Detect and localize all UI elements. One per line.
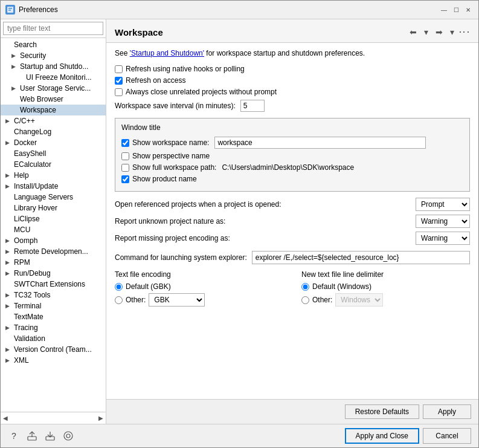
maximize-button[interactable]: ☐ — [451, 4, 461, 15]
apply-and-close-button[interactable]: Apply and Close — [345, 428, 419, 444]
tree-label-ui-freeze: UI Freeze Monitori... — [26, 73, 92, 82]
startup-shutdown-link[interactable]: 'Startup and Shutdown' — [130, 49, 204, 57]
command-label: Command for launching system explorer: — [115, 253, 247, 262]
import-icon[interactable] — [44, 430, 56, 442]
nav-dropdown-button[interactable]: ▾ — [422, 26, 431, 38]
tree-arrow-oomph: ▶ — [5, 238, 11, 244]
sidebar-item-library-hover[interactable]: Library Hover — [1, 203, 106, 213]
encoding-other-select[interactable]: GBK UTF-8 ISO-8859-1 — [149, 293, 205, 307]
always-close-row: Always close unrelated projects without … — [115, 88, 470, 96]
tree-label-textmate: TextMate — [14, 313, 43, 321]
report-unknown-select[interactable]: Warning Error Ignore — [416, 215, 470, 228]
main-content: Search▶Security▶Startup and Shutdo... UI… — [1, 19, 478, 424]
delimiter-other-radio[interactable] — [301, 296, 309, 304]
nav-forward-button[interactable]: ➡ — [433, 26, 445, 38]
sidebar-item-workspace[interactable]: Workspace — [1, 105, 106, 115]
sidebar-item-remote-development[interactable]: ▶Remote Developmen... — [1, 246, 106, 257]
sidebar-item-xml[interactable]: ▶XML — [1, 355, 106, 366]
circle-icon[interactable] — [62, 430, 74, 442]
scroll-left-icon[interactable]: ◀ — [3, 415, 8, 421]
tree-label-xml: XML — [14, 356, 29, 365]
restore-defaults-button[interactable]: Restore Defaults — [345, 404, 419, 419]
cancel-button[interactable]: Cancel — [423, 428, 471, 444]
refresh-native-label: Refresh using native hooks or polling — [126, 65, 245, 73]
minimize-button[interactable]: — — [439, 4, 449, 15]
sidebar-item-startup[interactable]: ▶Startup and Shutdo... — [1, 61, 106, 72]
save-interval-input[interactable] — [240, 100, 265, 112]
sidebar-item-changelog[interactable]: ChangeLog — [1, 126, 106, 137]
scroll-right-icon[interactable]: ▶ — [98, 415, 103, 421]
sidebar-item-search[interactable]: Search — [1, 39, 106, 50]
tree-label-terminal: Terminal — [14, 302, 41, 310]
nav-dropdown2-button[interactable]: ▾ — [448, 26, 457, 38]
show-full-path-checkbox[interactable] — [121, 164, 129, 172]
refresh-access-checkbox[interactable] — [115, 77, 123, 85]
sidebar-item-ui-freeze[interactable]: UI Freeze Monitori... — [1, 72, 106, 83]
show-product-checkbox[interactable] — [121, 175, 129, 183]
sidebar-item-version-control[interactable]: ▶Version Control (Team... — [1, 344, 106, 355]
sidebar-item-help[interactable]: ▶Help — [1, 170, 106, 181]
sidebar-item-ecalculator[interactable]: ECalculator — [1, 159, 106, 170]
search-input[interactable] — [3, 22, 103, 35]
sidebar-item-easyshell[interactable]: EasyShell — [1, 148, 106, 159]
tree-label-docker: Docker — [14, 138, 37, 147]
tree-label-run-debug: Run/Debug — [14, 269, 51, 278]
nav-back-button[interactable]: ⬅ — [407, 26, 419, 38]
refresh-native-checkbox[interactable] — [115, 65, 123, 73]
tree-arrow-run-debug: ▶ — [5, 270, 11, 276]
help-icon[interactable]: ? — [8, 430, 20, 442]
tree-label-mcu: MCU — [14, 226, 30, 234]
sidebar-item-validation[interactable]: Validation — [1, 333, 106, 344]
delimiter-other-select[interactable]: Windows Unix Mac — [335, 293, 383, 307]
always-close-checkbox[interactable] — [115, 88, 123, 96]
sidebar-item-liclipse[interactable]: LiClipse — [1, 213, 106, 224]
panel-nav: ⬅ ▾ ➡ ▾ ⋮ — [407, 25, 470, 39]
encoding-other-radio[interactable] — [115, 296, 123, 304]
workspace-name-input[interactable] — [214, 137, 426, 149]
apply-button[interactable]: Apply — [423, 404, 471, 419]
tree-arrow-tc32: ▶ — [5, 292, 11, 298]
command-input[interactable] — [252, 251, 470, 264]
refresh-native-row: Refresh using native hooks or polling — [115, 65, 470, 73]
sidebar-item-web-browser[interactable]: Web Browser — [1, 94, 106, 105]
close-button[interactable]: ✕ — [463, 4, 474, 15]
sidebar-item-swtchart[interactable]: SWTChart Extensions — [1, 279, 106, 290]
sidebar-item-tc32[interactable]: ▶TC32 Tools — [1, 290, 106, 300]
sidebar-item-oomph[interactable]: ▶Oomph — [1, 235, 106, 246]
sidebar-item-run-debug[interactable]: ▶Run/Debug — [1, 268, 106, 279]
sidebar-item-textmate[interactable]: TextMate — [1, 311, 106, 322]
tree-label-search: Search — [14, 41, 37, 49]
delimiter-other-label: Other: — [312, 296, 332, 304]
encoding-default-radio[interactable] — [115, 283, 123, 291]
nav-more-icon[interactable]: ⋮ — [458, 27, 471, 37]
window-icon — [5, 5, 15, 15]
sidebar-item-mcu[interactable]: MCU — [1, 224, 106, 235]
show-product-row: Show product name — [121, 175, 463, 183]
refresh-access-row: Refresh on access — [115, 76, 470, 85]
search-box — [1, 19, 106, 38]
show-product-label: Show product name — [132, 175, 197, 183]
sidebar-item-language-servers[interactable]: Language Servers — [1, 192, 106, 203]
open-projects-select[interactable]: Prompt Always Never — [416, 198, 470, 211]
sidebar-item-terminal[interactable]: ▶Terminal — [1, 300, 106, 311]
tree-arrow-xml: ▶ — [5, 357, 11, 363]
tree-arrow-docker: ▶ — [5, 140, 11, 146]
sidebar-item-rpm[interactable]: ▶RPM — [1, 257, 106, 268]
refresh-access-label: Refresh on access — [126, 76, 185, 85]
sidebar-item-docker[interactable]: ▶Docker — [1, 137, 106, 148]
report-missing-select[interactable]: Warning Error Ignore — [416, 232, 470, 245]
show-perspective-checkbox[interactable] — [121, 152, 129, 160]
sidebar-item-tracing[interactable]: ▶Tracing — [1, 322, 106, 333]
show-workspace-checkbox[interactable] — [121, 139, 129, 147]
workspace-path-display: C:\Users\admin\Desktop\SDK\workspace — [222, 163, 354, 172]
tree-arrow-version-control: ▶ — [5, 346, 11, 352]
desc-post: for workspace startup and shutdown prefe… — [204, 49, 365, 57]
tree-label-oomph: Oomph — [14, 236, 37, 245]
export-icon[interactable] — [26, 430, 38, 442]
delimiter-default-radio[interactable] — [301, 283, 309, 291]
sidebar-item-user-storage[interactable]: ▶User Storage Servic... — [1, 83, 106, 94]
sidebar-item-install[interactable]: ▶Install/Update — [1, 181, 106, 192]
sidebar-item-security[interactable]: ▶Security — [1, 50, 106, 61]
sidebar-item-cpp[interactable]: ▶C/C++ — [1, 115, 106, 126]
window-title: Preferences — [19, 5, 58, 14]
